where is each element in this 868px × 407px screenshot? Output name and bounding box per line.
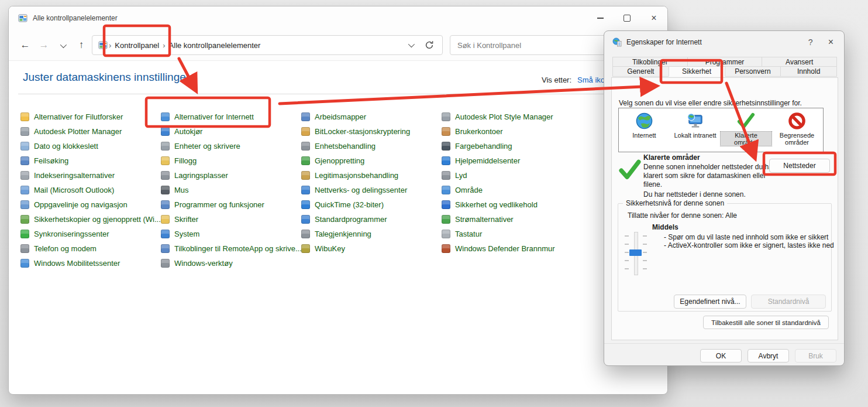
zone-internett[interactable]: Internett <box>619 111 670 152</box>
slider-ticks-right <box>643 235 647 271</box>
dialog-footer: OKAvbrytBruk <box>700 349 836 362</box>
maximize-button[interactable] <box>614 6 640 30</box>
breadcrumb-alle-kontrollpanelelementer[interactable]: Alle kontrollpanelelementer <box>167 41 263 50</box>
control-panel-item[interactable]: Autokjør <box>161 124 300 139</box>
control-panel-item[interactable]: Windows-verktøy <box>161 256 300 271</box>
tab-innhold[interactable]: Innhold <box>780 66 837 77</box>
control-panel-item[interactable]: Strømalternativer <box>442 212 581 227</box>
history-dropdown-button[interactable] <box>53 39 72 51</box>
control-panel-item-label: Oppgavelinje og navigasjon <box>34 200 128 209</box>
control-panel-item[interactable]: Windows Mobilitetssenter <box>20 256 160 271</box>
control-panel-item[interactable]: Legitimasjonsbehandling <box>301 168 440 183</box>
control-panel-item-label: Alternativer for Internett <box>174 112 254 121</box>
search-input[interactable] <box>450 35 619 55</box>
help-button[interactable]: ? <box>808 37 813 47</box>
zone-lokalt-intranett[interactable]: Lokalt intranett <box>670 111 721 152</box>
close-button[interactable]: × <box>640 6 667 30</box>
control-panel-item-label: Tilkoblinger til RemoteApp og skrive... <box>174 244 302 253</box>
control-panel-item-label: Nettverks- og delingssenter <box>315 186 407 194</box>
internet-properties-dialog: Egenskaper for Internett ? × Tilkoblinge… <box>604 30 845 366</box>
control-panel-item[interactable]: System <box>161 227 300 241</box>
slider-handle[interactable] <box>629 249 642 256</box>
sites-button[interactable]: Nettsteder <box>769 159 830 173</box>
control-panel-item[interactable]: Brukerkontoer <box>442 124 581 139</box>
zone-klarerte-områder[interactable]: Klarerte områder <box>721 111 771 152</box>
window-title: Alle kontrollpanelelementer <box>33 14 118 22</box>
quicktime-icon <box>301 200 310 209</box>
tab-avansert[interactable]: Avansert <box>762 57 837 67</box>
control-panel-item[interactable]: Nettverks- og delingssenter <box>301 183 440 197</box>
internet-options-icon <box>161 112 170 121</box>
control-panel-item[interactable]: Tilkoblinger til RemoteApp og skrive... <box>161 241 300 256</box>
control-panel-item[interactable]: Område <box>442 183 581 197</box>
control-panel-item[interactable]: Windows Defender Brannmur <box>442 241 581 256</box>
control-panel-item[interactable]: Sikkerhetskopier og gjenopprett (Wi... <box>20 212 160 227</box>
control-panel-item-label: Windows Defender Brannmur <box>455 244 555 253</box>
slider-ticks-left <box>625 235 629 271</box>
minimize-button[interactable] <box>587 6 614 30</box>
control-panel-item[interactable]: Mus <box>161 183 300 197</box>
forward-button[interactable]: → <box>35 39 53 51</box>
ok-button[interactable]: OK <box>700 349 742 362</box>
control-panel-item[interactable]: Mail (Microsoft Outlook) <box>20 183 160 197</box>
tab-tilkoblinger[interactable]: Tilkoblinger <box>612 57 688 67</box>
up-button[interactable]: ↑ <box>72 39 91 51</box>
control-panel-item[interactable]: Telefon og modem <box>20 241 160 256</box>
control-panel-item-label: Programmer og funksjoner <box>174 200 264 209</box>
tab-personvern[interactable]: Personvern <box>725 66 781 77</box>
address-dropdown-icon[interactable] <box>408 41 415 47</box>
chevron-down-icon <box>60 42 67 48</box>
control-panel-item[interactable]: Enheter og skrivere <box>161 139 300 153</box>
control-panel-item[interactable]: Autodesk Plotter Manager <box>20 124 160 139</box>
refresh-icon[interactable] <box>425 40 434 50</box>
control-panel-item-label: Telefon og modem <box>34 244 97 253</box>
work-folders-icon <box>301 112 310 121</box>
control-panel-item[interactable]: Oppgavelinje og navigasjon <box>20 197 160 212</box>
autoplay-icon <box>161 127 170 136</box>
address-bar[interactable]: › Kontrollpanel › Alle kontrollpanelelem… <box>92 35 443 55</box>
control-panel-item[interactable]: Lyd <box>442 168 581 183</box>
control-panel-item[interactable]: Programmer og funksjoner <box>161 197 300 212</box>
control-panel-item[interactable]: Sikkerhet og vedlikehold <box>442 197 581 212</box>
control-panel-item[interactable]: Tastatur <box>442 227 581 241</box>
page-title: Juster datamaskinens innstillinger <box>23 71 190 84</box>
tab-generelt[interactable]: Generelt <box>612 66 669 77</box>
control-panel-item[interactable]: Dato og klokkeslett <box>20 139 160 153</box>
apply-button[interactable]: Bruk <box>795 349 836 362</box>
reset-all-zones-button[interactable]: Tilbakestill alle soner til standardnivå <box>703 316 829 329</box>
plotter-manager-icon <box>20 127 29 136</box>
control-panel-item[interactable]: Feilsøking <box>20 153 160 168</box>
control-panel-item[interactable]: WibuKey <box>301 241 440 256</box>
control-panel-item-label: Fargebehandling <box>455 142 512 151</box>
windows-tools-icon <box>161 259 170 268</box>
control-panel-item[interactable]: Hjelpemiddelsenter <box>442 153 581 168</box>
minimize-icon <box>597 18 604 18</box>
control-panel-item[interactable]: Alternativer for Internett <box>161 110 300 124</box>
tab-sikkerhet[interactable]: Sikkerhet <box>669 66 725 77</box>
control-panel-item[interactable]: Indekseringsalternativer <box>20 168 160 183</box>
zone-begrensede-områder[interactable]: Begrensede områder <box>771 111 822 152</box>
control-panel-item[interactable]: Talegjenkjenning <box>301 227 440 241</box>
control-panel-item[interactable]: Standardprogrammer <box>301 212 440 227</box>
cancel-button[interactable]: Avbryt <box>748 349 789 362</box>
control-panel-item[interactable]: Enhetsbehandling <box>301 139 440 153</box>
control-panel-item[interactable]: Fargebehandling <box>442 139 581 153</box>
dialog-close-button[interactable]: × <box>828 37 833 47</box>
sound-icon <box>442 171 450 180</box>
control-panel-item[interactable]: Gjenoppretting <box>301 153 440 168</box>
control-panel-item[interactable]: Arbeidsmapper <box>301 110 440 124</box>
default-programs-icon <box>301 215 310 224</box>
back-button[interactable]: ← <box>16 39 35 51</box>
control-panel-item[interactable]: QuickTime (32-biter) <box>301 197 440 212</box>
control-panel-item[interactable]: Lagringsplasser <box>161 168 300 183</box>
default-level-button[interactable]: Standardnivå <box>751 295 826 309</box>
control-panel-item[interactable]: Skrifter <box>161 212 300 227</box>
control-panel-item[interactable]: Alternativer for Filutforsker <box>20 110 160 124</box>
tab-programmer[interactable]: Programmer <box>687 57 763 67</box>
control-panel-item[interactable]: Fillogg <box>161 153 300 168</box>
control-panel-item[interactable]: Synkroniseringssenter <box>20 227 160 241</box>
control-panel-item[interactable]: BitLocker-stasjonskryptering <box>301 124 440 139</box>
custom-level-button[interactable]: Egendefinert nivå... <box>674 295 746 309</box>
control-panel-item[interactable]: Autodesk Plot Style Manager <box>442 110 581 124</box>
breadcrumb-kontrollpanel[interactable]: Kontrollpanel <box>112 41 161 50</box>
